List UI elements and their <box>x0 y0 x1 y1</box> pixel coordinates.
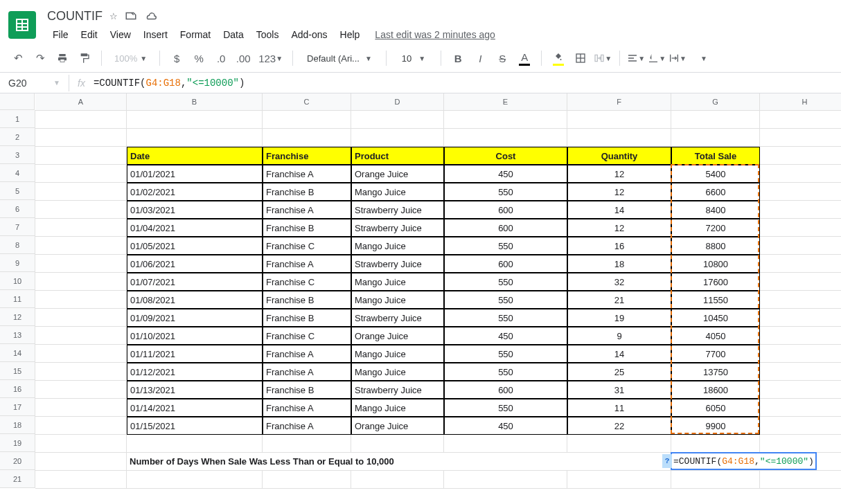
cell[interactable] <box>35 273 127 291</box>
cell[interactable] <box>671 435 760 453</box>
menu-edit[interactable]: Edit <box>76 26 103 43</box>
menu-data[interactable]: Data <box>218 26 249 43</box>
cell[interactable]: 01/06/2021 <box>127 255 263 273</box>
cell[interactable]: Strawberry Juice <box>351 219 444 237</box>
cell[interactable]: 10800 <box>671 255 760 273</box>
cell[interactable]: Mango Juice <box>351 273 444 291</box>
last-edit-link[interactable]: Last edit was 2 minutes ago <box>375 29 495 40</box>
cell[interactable] <box>760 471 841 489</box>
cell[interactable] <box>351 111 444 129</box>
cell[interactable] <box>760 327 841 345</box>
cell[interactable]: 600 <box>444 255 567 273</box>
cell[interactable]: Cost <box>444 147 567 165</box>
cell[interactable]: Quantity <box>567 147 671 165</box>
col-header-F[interactable]: F <box>567 93 671 110</box>
cell[interactable]: Mango Juice <box>351 399 444 417</box>
cell[interactable] <box>35 237 127 255</box>
cell[interactable] <box>35 327 127 345</box>
cell[interactable]: Mango Juice <box>351 183 444 201</box>
cell[interactable] <box>760 147 841 165</box>
borders-icon[interactable] <box>571 48 590 68</box>
cell[interactable]: Orange Juice <box>351 417 444 435</box>
cell[interactable] <box>760 309 841 327</box>
cell[interactable]: 01/01/2021 <box>127 165 263 183</box>
cell[interactable]: Product <box>351 147 444 165</box>
cell[interactable]: 01/11/2021 <box>127 345 263 363</box>
more-formats-icon[interactable]: 123▼ <box>256 48 285 68</box>
cell[interactable] <box>35 399 127 417</box>
menu-insert[interactable]: Insert <box>138 26 173 43</box>
cell[interactable] <box>760 183 841 201</box>
cell[interactable] <box>127 129 263 147</box>
cell[interactable] <box>567 111 671 129</box>
row-header[interactable]: 1 <box>0 110 35 128</box>
cell[interactable]: 8800 <box>671 237 760 255</box>
cell[interactable] <box>444 435 567 453</box>
cell[interactable]: Orange Juice <box>351 327 444 345</box>
cell[interactable] <box>263 471 351 489</box>
cell[interactable] <box>760 417 841 435</box>
cell[interactable] <box>127 471 263 489</box>
cell[interactable]: 600 <box>444 381 567 399</box>
cell[interactable]: 22 <box>567 417 671 435</box>
cell[interactable]: 01/03/2021 <box>127 201 263 219</box>
halign-icon[interactable]: ▼ <box>627 48 645 68</box>
cell[interactable]: Franchise B <box>263 291 351 309</box>
cell[interactable] <box>760 381 841 399</box>
cell[interactable] <box>35 471 127 489</box>
cell[interactable]: 550 <box>444 183 567 201</box>
cell[interactable]: 12 <box>567 165 671 183</box>
row-header[interactable]: 12 <box>0 308 35 326</box>
cell[interactable]: Franchise C <box>263 327 351 345</box>
cell[interactable]: 550 <box>444 237 567 255</box>
cell[interactable] <box>35 111 127 129</box>
cell[interactable]: Total Sale <box>671 147 760 165</box>
bold-icon[interactable]: B <box>448 48 468 68</box>
undo-icon[interactable]: ↶ <box>8 48 28 68</box>
cell[interactable]: Strawberry Juice <box>351 381 444 399</box>
menu-addons[interactable]: Add-ons <box>285 26 333 43</box>
cell[interactable]: 17600 <box>671 273 760 291</box>
cell[interactable]: Date <box>127 147 263 165</box>
cell[interactable]: Mango Juice <box>351 345 444 363</box>
cell[interactable]: 18600 <box>671 381 760 399</box>
cell[interactable]: Franchise A <box>263 399 351 417</box>
row-header[interactable]: 5 <box>0 182 35 200</box>
row-header[interactable]: 18 <box>0 416 35 434</box>
cell[interactable]: 21 <box>567 291 671 309</box>
cell[interactable] <box>567 129 671 147</box>
row-header[interactable]: 7 <box>0 218 35 236</box>
cell[interactable] <box>760 399 841 417</box>
cell[interactable]: 9 <box>567 327 671 345</box>
cell[interactable] <box>263 129 351 147</box>
cell[interactable]: Strawberry Juice <box>351 201 444 219</box>
star-icon[interactable]: ☆ <box>109 11 118 21</box>
cell[interactable]: 19 <box>567 309 671 327</box>
name-box[interactable]: G20▼ <box>0 75 69 91</box>
cell[interactable]: 01/08/2021 <box>127 291 263 309</box>
cell[interactable]: Franchise A <box>263 165 351 183</box>
row-header[interactable]: 14 <box>0 344 35 362</box>
cell[interactable] <box>760 111 841 129</box>
cell[interactable]: 550 <box>444 363 567 381</box>
cell[interactable]: 450 <box>444 417 567 435</box>
cell[interactable]: 11 <box>567 399 671 417</box>
cell[interactable] <box>35 291 127 309</box>
cell[interactable]: Franchise A <box>263 363 351 381</box>
sheets-logo[interactable] <box>8 11 36 39</box>
font-dropdown[interactable]: Default (Ari...▼ <box>300 51 379 66</box>
cell[interactable] <box>760 345 841 363</box>
row-header[interactable]: 2 <box>0 128 35 146</box>
menu-view[interactable]: View <box>105 26 136 43</box>
cell[interactable]: Franchise B <box>263 381 351 399</box>
cell[interactable]: 550 <box>444 291 567 309</box>
row-header[interactable]: 13 <box>0 326 35 344</box>
cell[interactable] <box>760 219 841 237</box>
paint-format-icon[interactable] <box>75 48 94 68</box>
cell[interactable]: 18 <box>567 255 671 273</box>
col-header-G[interactable]: G <box>671 93 760 110</box>
cell[interactable]: Mango Juice <box>351 291 444 309</box>
cell[interactable]: Franchise C <box>263 237 351 255</box>
col-header-B[interactable]: B <box>127 93 263 110</box>
cell[interactable] <box>351 129 444 147</box>
